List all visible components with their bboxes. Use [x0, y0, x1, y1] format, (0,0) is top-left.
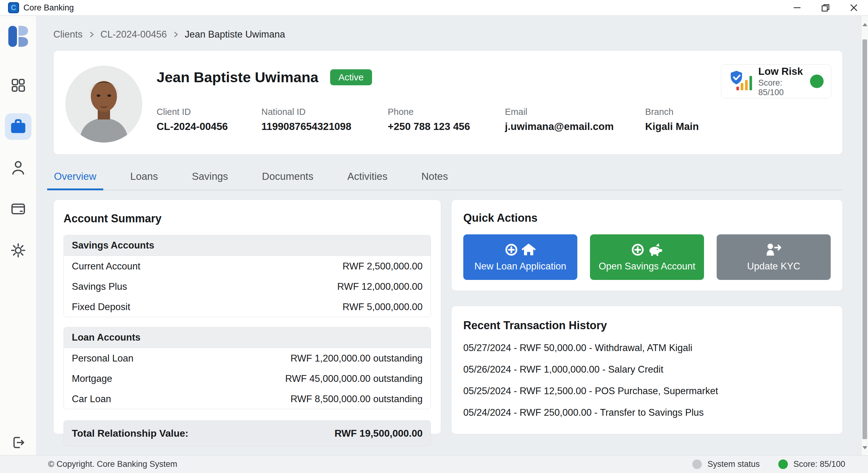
field-branch: Branch Kigali Main — [645, 107, 699, 132]
core-banking-window: C Core Banking — [0, 0, 868, 473]
chevron-right-icon — [172, 31, 180, 38]
tab-bar: Overview Loans Savings Documents Activit… — [47, 166, 843, 190]
loan-accounts-table: Loan Accounts Personal Loan RWF 1,200,00… — [63, 327, 431, 409]
restore-button[interactable] — [811, 0, 840, 15]
transaction-history-card: Recent Transaction History 05/27/2024 - … — [451, 306, 843, 434]
scroll-down-arrow[interactable] — [862, 442, 868, 454]
risk-status-dot — [810, 74, 824, 88]
scrollbar-thumb[interactable] — [863, 39, 867, 439]
system-status-label: System status — [707, 460, 760, 469]
field-phone: Phone +250 788 123 456 — [388, 107, 505, 132]
restore-icon — [821, 3, 830, 12]
tab-overview[interactable]: Overview — [47, 166, 103, 190]
risk-level: Low Risk — [758, 66, 810, 77]
quick-actions-title: Quick Actions — [463, 211, 831, 225]
logout-button[interactable] — [0, 435, 36, 450]
piggy-bank-icon — [648, 243, 663, 257]
score-label: Score: 85/100 — [794, 460, 845, 469]
open-savings-account-label: Open Savings Account — [598, 261, 695, 272]
list-item: 05/27/2024 - RWF 50,000.00 - Withdrawal,… — [463, 342, 831, 353]
list-item: 05/24/2024 - RWF 250,000.00 - Transfer t… — [463, 407, 831, 418]
status-bar: © Copyright. Core Banking System System … — [0, 455, 868, 473]
breadcrumb: Clients CL-2024-00456 Jean Baptiste Uwim… — [53, 29, 861, 40]
right-column: Quick Actions — [451, 200, 843, 434]
table-row: Current Account RWF 2,500,000.00 — [64, 256, 431, 276]
briefcase-icon — [10, 119, 27, 134]
person-icon — [10, 160, 26, 176]
close-icon — [849, 3, 859, 12]
risk-text: Low Risk Score: 85/100 — [758, 66, 810, 97]
sidebar-item-accounts[interactable] — [5, 196, 31, 222]
tab-activities[interactable]: Activities — [341, 166, 394, 190]
table-row: Personal Loan RWF 1,200,000.00 outstandi… — [64, 348, 431, 368]
copyright-text: © Copyright. Core Banking System — [48, 460, 177, 469]
house-icon — [521, 243, 536, 257]
tab-loans[interactable]: Loans — [124, 166, 165, 190]
tab-documents[interactable]: Documents — [255, 166, 320, 190]
shield-chart-icon — [729, 70, 753, 92]
client-name-row: Jean Baptiste Uwimana Active — [157, 69, 372, 86]
title-bar: C Core Banking — [0, 0, 868, 16]
risk-indicator-chip: Low Risk Score: 85/100 — [721, 64, 831, 98]
brand-logo-icon — [8, 26, 28, 48]
breadcrumb-clients[interactable]: Clients — [53, 29, 83, 40]
window-controls — [783, 0, 868, 15]
transaction-history-title: Recent Transaction History — [463, 319, 831, 332]
sidebar-item-clients[interactable] — [5, 113, 31, 140]
sidebar-item-settings[interactable] — [5, 237, 31, 264]
client-fields: Client ID CL-2024-00456 National ID 1199… — [157, 107, 699, 132]
total-relationship-value: Total Relationship Value: RWF 19,500,000… — [63, 420, 431, 446]
status-badge: Active — [330, 69, 372, 85]
app-logo-icon: C — [8, 2, 19, 13]
update-kyc-button[interactable]: Update KYC — [717, 234, 831, 280]
overview-content: Account Summary Savings Accounts Current… — [53, 200, 843, 434]
account-summary-title: Account Summary — [63, 212, 431, 225]
chevron-right-icon — [88, 31, 96, 38]
minimize-icon — [793, 3, 802, 12]
field-client-id: Client ID CL-2024-00456 — [157, 107, 261, 132]
list-item: 05/25/2024 - RWF 12,500.00 - POS Purchas… — [463, 385, 831, 397]
person-arrow-icon — [765, 243, 782, 257]
loan-accounts-header: Loan Accounts — [64, 327, 431, 348]
sidebar-item-customers[interactable] — [5, 155, 31, 181]
new-loan-application-button[interactable]: New Loan Application — [463, 234, 577, 280]
table-row: Fixed Deposit RWF 5,000,000.00 — [64, 297, 431, 317]
plus-circle-icon — [631, 243, 645, 257]
update-kyc-label: Update KYC — [747, 261, 800, 272]
transaction-list: 05/27/2024 - RWF 50,000.00 - Withdrawal,… — [463, 342, 831, 418]
minimize-button[interactable] — [783, 0, 811, 15]
vertical-scrollbar[interactable] — [861, 16, 868, 455]
client-header-card: Jean Baptiste Uwimana Active Client ID C… — [53, 50, 843, 155]
breadcrumb-client-id[interactable]: CL-2024-00456 — [100, 29, 167, 40]
quick-action-buttons: New Loan Application — [463, 234, 831, 280]
plus-circle-icon — [504, 243, 518, 257]
sidebar-nav — [5, 72, 31, 264]
sidebar — [0, 16, 36, 455]
tab-notes[interactable]: Notes — [414, 166, 455, 190]
field-email: Email j.uwimana@email.com — [505, 107, 645, 132]
main-content: Clients CL-2024-00456 Jean Baptiste Uwim… — [37, 16, 861, 455]
status-indicators: System status Score: 85/100 — [692, 460, 845, 469]
table-row: Mortgage RWF 45,000,000.00 outstanding — [64, 368, 431, 388]
scroll-up-arrow[interactable] — [862, 19, 868, 31]
open-savings-account-button[interactable]: Open Savings Account — [590, 234, 704, 280]
savings-accounts-table: Savings Accounts Current Account RWF 2,5… — [63, 235, 431, 317]
close-button[interactable] — [840, 0, 868, 15]
dashboard-grid-icon — [10, 77, 26, 93]
breadcrumb-current-page: Jean Baptiste Uwimana — [185, 29, 285, 40]
client-avatar — [65, 66, 143, 144]
new-loan-application-label: New Loan Application — [474, 261, 566, 272]
account-summary-card: Account Summary Savings Accounts Current… — [53, 200, 441, 434]
score-status-dot — [778, 460, 788, 469]
logout-icon — [10, 435, 26, 450]
card-icon — [10, 201, 26, 217]
settings-gear-icon — [10, 242, 26, 258]
window-title: Core Banking — [24, 3, 74, 13]
field-national-id: National ID 1199087654321098 — [261, 107, 388, 132]
savings-accounts-header: Savings Accounts — [64, 235, 431, 256]
client-name: Jean Baptiste Uwimana — [157, 69, 318, 86]
sidebar-item-dashboard[interactable] — [5, 72, 31, 99]
tab-savings[interactable]: Savings — [185, 166, 235, 190]
table-row: Savings Plus RWF 12,000,000.00 — [64, 276, 431, 297]
risk-score: Score: 85/100 — [758, 78, 810, 97]
